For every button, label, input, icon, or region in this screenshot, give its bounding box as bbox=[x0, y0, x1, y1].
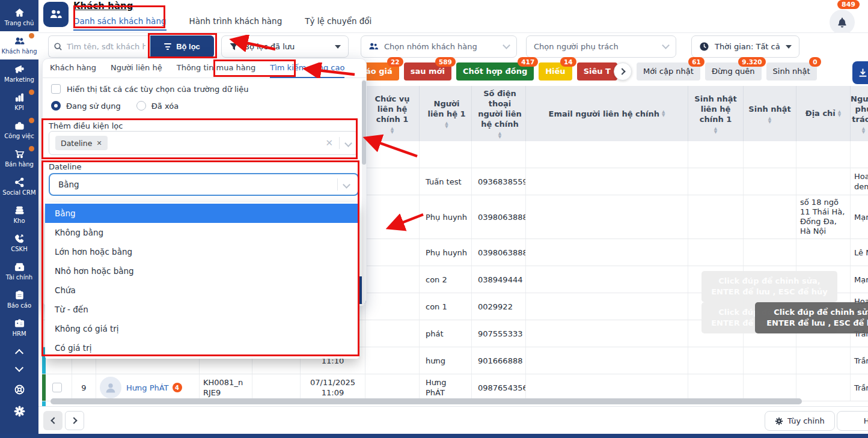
export-download-button[interactable] bbox=[852, 61, 868, 84]
panel-tab-purchase-info[interactable]: Thông tin mua hàng bbox=[177, 59, 256, 78]
customize-button[interactable]: Tùy chỉnh bbox=[765, 411, 835, 431]
operator-option[interactable]: Từ - đến bbox=[45, 300, 359, 319]
panel-scrollbar-thumb[interactable] bbox=[362, 81, 366, 165]
sidebar-item-warehouse[interactable]: Kho bbox=[0, 201, 38, 229]
quick-filter-chip[interactable]: sau mới 589 bbox=[404, 62, 451, 81]
pagination-prev-button[interactable] bbox=[43, 411, 63, 430]
quick-filter-chip[interactable]: Siêu T bbox=[577, 62, 617, 81]
assignee-select[interactable]: Chọn người phụ trách bbox=[526, 35, 676, 58]
panel-tab-contact[interactable]: Người liên hệ bbox=[111, 59, 162, 78]
sidebar-item-reports[interactable]: Báo cáo bbox=[0, 285, 38, 314]
operator-option[interactable]: Không có giá trị bbox=[45, 319, 359, 338]
sidebar-item-home[interactable]: Trang chủ bbox=[0, 3, 38, 31]
wallet-icon bbox=[14, 262, 25, 272]
cell-owner: Mạn bbox=[851, 195, 868, 239]
gear-icon bbox=[775, 417, 783, 425]
clear-all-icon[interactable]: ✕ bbox=[325, 138, 333, 148]
search-input[interactable] bbox=[67, 42, 145, 51]
chevron-up-icon[interactable] bbox=[15, 349, 23, 357]
sidebar-item-hrm[interactable]: HRM bbox=[0, 314, 38, 342]
operator-select[interactable]: Bằng bbox=[49, 173, 359, 196]
table-row[interactable]: 9 Hưng PhÁT 4 KH0081_nRJE9 07/11/2025 11… bbox=[42, 374, 868, 401]
row-checkbox[interactable] bbox=[52, 383, 62, 392]
sort-icon[interactable] bbox=[662, 110, 665, 117]
show-all-options-checkbox[interactable] bbox=[51, 84, 61, 94]
panel-tab-customer[interactable]: Khách hàng bbox=[50, 59, 96, 78]
column-header[interactable]: Số điện thoại người liên hệ chính bbox=[472, 86, 526, 141]
cell-contact-birthday bbox=[688, 374, 744, 401]
help-button[interactable] bbox=[14, 384, 25, 397]
search-icon bbox=[53, 42, 63, 51]
filter-button[interactable]: Bộ lọc bbox=[150, 35, 214, 58]
chevron-down-icon[interactable] bbox=[15, 363, 23, 372]
sort-icon[interactable] bbox=[445, 121, 448, 129]
radio-in-use[interactable]: Đang sử dụng bbox=[51, 101, 121, 111]
download-icon bbox=[858, 68, 868, 78]
pagination-next-button[interactable] bbox=[65, 411, 84, 430]
chip-label: sau mới bbox=[411, 67, 445, 76]
sidebar-item-kpi[interactable]: KPI bbox=[0, 88, 38, 116]
contact-count-badge: 4 bbox=[173, 383, 182, 392]
quick-filter-chip[interactable]: Sinh nhật 0 bbox=[766, 62, 817, 81]
column-header[interactable]: Người phụ trách bbox=[851, 86, 868, 141]
condition-multiselect[interactable]: Dateline ✕ ✕ bbox=[49, 131, 358, 155]
column-header[interactable]: Người liên hệ 1 bbox=[420, 86, 472, 141]
cell-contact-phone: 0936838559 bbox=[472, 168, 526, 195]
tab-customer-journey[interactable]: Hành trình khách hàng bbox=[189, 16, 283, 31]
display-button[interactable]: Hiển thị bbox=[837, 411, 868, 431]
column-header[interactable]: Chức vụ liên hệ chính 1 bbox=[365, 86, 420, 141]
chevron-left-icon bbox=[50, 417, 57, 424]
cell-birthday bbox=[744, 239, 796, 266]
sort-icon[interactable] bbox=[391, 127, 394, 134]
sort-icon[interactable] bbox=[768, 117, 771, 124]
time-filter-label: Thời gian: Tất cả bbox=[715, 42, 780, 51]
column-header[interactable]: Sinh nhật liên hệ chính 1 bbox=[688, 86, 744, 141]
sort-icon[interactable] bbox=[714, 127, 717, 134]
column-header[interactable]: Email người liên hệ chính bbox=[526, 86, 688, 141]
operator-option[interactable]: Có giá trị bbox=[45, 338, 359, 357]
cell-owner: Trần bbox=[851, 347, 868, 374]
cell-created-date: 07/11/2025 11:09 bbox=[301, 374, 365, 401]
radio-deleted[interactable]: Đã xóa bbox=[136, 101, 179, 111]
quick-filter-chip[interactable]: Hiếu 14 bbox=[539, 62, 572, 81]
saved-filters-select[interactable]: Bộ lọc đã lưu bbox=[221, 35, 349, 58]
remove-condition-icon[interactable]: ✕ bbox=[96, 139, 102, 147]
tab-customer-list[interactable]: Danh sách khách hàng bbox=[73, 16, 167, 31]
notification-count-badge: 849 bbox=[837, 0, 860, 9]
operator-option[interactable]: Chứa bbox=[45, 281, 359, 300]
column-header[interactable]: Địa chỉ bbox=[796, 86, 851, 141]
column-header[interactable]: Sinh nhật bbox=[744, 86, 796, 141]
sidebar-item-social-crm[interactable]: Social CRM bbox=[0, 172, 38, 201]
quick-filter-chip[interactable]: Đừng quên 9.320 bbox=[705, 62, 762, 81]
condition-chip-label: Dateline bbox=[61, 139, 92, 148]
operator-option[interactable]: Bằng bbox=[45, 204, 359, 223]
operator-option[interactable]: Nhỏ hơn hoặc bằng bbox=[45, 261, 359, 281]
time-filter-select[interactable]: Thời gian: Tất cả bbox=[691, 35, 799, 58]
sort-icon[interactable] bbox=[838, 110, 841, 117]
panel-tab-advanced-search[interactable]: Tìm kiếm nâng cao bbox=[270, 59, 344, 78]
customer-group-select[interactable]: Chọn nhóm khách hàng bbox=[361, 35, 517, 58]
settings-button[interactable] bbox=[14, 406, 25, 419]
operator-option[interactable]: Không bằng bbox=[45, 223, 359, 242]
sidebar-item-customers[interactable]: Khách hàng bbox=[0, 31, 38, 59]
sidebar-item-marketing[interactable]: Marketing bbox=[0, 59, 38, 88]
filter-panel-tabs: Khách hàng Người liên hệ Thông tin mua h… bbox=[43, 59, 366, 78]
sort-icon[interactable] bbox=[498, 132, 501, 139]
sidebar-item-label: Khách hàng bbox=[1, 48, 37, 55]
more-chips-button[interactable] bbox=[614, 62, 632, 81]
operator-option[interactable]: Lớn hơn hoặc bằng bbox=[45, 242, 359, 261]
cell-contact-email bbox=[526, 168, 688, 195]
sidebar-item-support[interactable]: CSKH bbox=[0, 229, 38, 257]
quick-filter-chip[interactable]: Mới cập nhật 61 bbox=[637, 62, 700, 81]
caret-down-icon bbox=[335, 45, 341, 49]
tab-conversion-rate[interactable]: Tỷ lệ chuyển đổi bbox=[305, 16, 371, 31]
sort-icon[interactable] bbox=[862, 127, 865, 134]
sidebar-item-sales[interactable]: Bán hàng bbox=[0, 144, 38, 172]
quick-filter-chip[interactable]: Chốt hợp đồng 417 bbox=[456, 62, 534, 81]
sidebar-item-finance[interactable]: Tài chính bbox=[0, 257, 38, 285]
sidebar-item-tasks[interactable]: Công việc bbox=[0, 116, 38, 144]
horizontal-scrollbar[interactable] bbox=[50, 398, 802, 404]
customer-name-link[interactable]: Hưng PhÁT bbox=[126, 383, 169, 393]
crm-app: Trang chủ Khách hàng Marketing KPI Công … bbox=[0, 0, 868, 438]
notifications-button[interactable] bbox=[830, 10, 855, 35]
